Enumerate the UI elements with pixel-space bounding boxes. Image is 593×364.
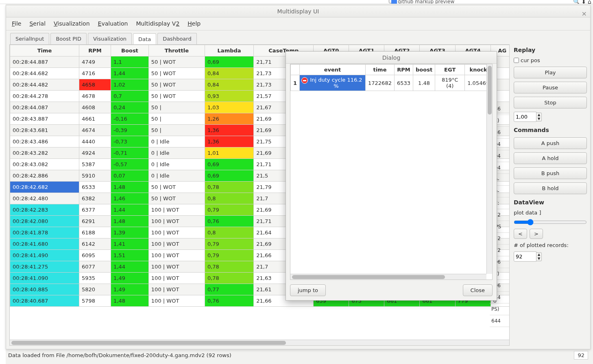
- window-titlebar: Multidisplay UI ×: [6, 5, 590, 17]
- stop-button[interactable]: Stop: [514, 97, 587, 108]
- pause-button[interactable]: Pause: [514, 82, 587, 93]
- spin-up-icon[interactable]: ▲: [536, 253, 541, 257]
- dialog-title: Dialog: [286, 52, 497, 64]
- dialog-vscrollbar[interactable]: [486, 64, 492, 274]
- speed-spinner[interactable]: ▲▼: [514, 112, 587, 122]
- close-button[interactable]: Close: [463, 284, 493, 296]
- tab-serialinput[interactable]: SerialInput: [10, 33, 49, 44]
- a-hold-button[interactable]: A hold: [514, 152, 587, 164]
- spin-down-icon[interactable]: ▼: [536, 117, 541, 121]
- status-text: Data loaded from File /home/bofh/Dokumen…: [8, 352, 231, 358]
- cur-pos-checkbox[interactable]: cur pos: [514, 57, 587, 63]
- window-title: Multidisplay UI: [277, 8, 319, 15]
- speed-input[interactable]: [514, 112, 536, 122]
- status-bar: Data loaded from File /home/bofh/Dokumen…: [6, 350, 591, 360]
- menu-file[interactable]: File: [12, 20, 21, 30]
- records-input[interactable]: [514, 251, 536, 262]
- dialog-table: eventtimeRPMboostEGTknock 1Inj duty cycl…: [290, 64, 492, 91]
- horizontal-scrollbar[interactable]: [10, 340, 509, 345]
- event-dialog: Dialog eventtimeRPMboostEGTknock 1Inj du…: [286, 51, 497, 301]
- menu-help[interactable]: Help: [187, 20, 201, 30]
- plot-data-label: plot data ]: [514, 210, 587, 216]
- plot-slider[interactable]: [514, 219, 587, 225]
- tab-strip: SerialInput Boost PID Visualization Data…: [6, 30, 590, 44]
- spin-up-icon[interactable]: ▲: [536, 113, 541, 117]
- menu-visualization[interactable]: Visualization: [54, 20, 89, 30]
- tab-data[interactable]: Data: [133, 33, 156, 45]
- prev-button[interactable]: <: [514, 229, 527, 239]
- col-header[interactable]: RPM: [79, 45, 111, 56]
- records-spinner[interactable]: ▲▼: [514, 251, 587, 262]
- jump-to-button[interactable]: jump to: [290, 284, 326, 296]
- forbidden-icon: [301, 77, 308, 84]
- col-header[interactable]: Throttle: [148, 45, 205, 56]
- right-panel: Replay cur pos Play Pause Stop ▲▼ Comman…: [514, 44, 587, 346]
- play-button[interactable]: Play: [514, 67, 587, 78]
- home-icon[interactable]: ⌂: [588, 0, 591, 4]
- menu-serial[interactable]: Serial: [29, 20, 46, 30]
- b-hold-button[interactable]: B hold: [514, 182, 587, 194]
- dialog-hscrollbar[interactable]: [290, 274, 486, 280]
- close-icon[interactable]: ×: [582, 8, 587, 20]
- tab-dashboard[interactable]: Dashboard: [157, 33, 197, 44]
- next-button[interactable]: >: [530, 229, 543, 239]
- col-header[interactable]: Boost: [111, 45, 149, 56]
- replay-heading: Replay: [514, 47, 587, 53]
- menu-evaluation[interactable]: Evaluation: [98, 20, 128, 30]
- col-header[interactable]: Time: [10, 45, 79, 56]
- dataview-heading: DataView: [514, 199, 587, 206]
- commands-heading: Commands: [514, 127, 587, 133]
- b-push-button[interactable]: B push: [514, 167, 587, 179]
- menu-multidisplay-v2[interactable]: Multidisplay V2: [136, 20, 179, 30]
- search-icon[interactable]: 🔍: [573, 0, 580, 4]
- browser-search-text: github markup preview: [398, 0, 454, 4]
- tab-boostpid[interactable]: Boost PID: [50, 33, 87, 44]
- spin-down-icon[interactable]: ▼: [536, 257, 541, 261]
- status-count: 92: [574, 351, 588, 360]
- menu-bar: File Serial Visualization Evaluation Mul…: [6, 17, 590, 30]
- records-label: # of plotted records:: [514, 242, 587, 248]
- tab-visualization[interactable]: Visualization: [88, 33, 132, 44]
- download-icon[interactable]: ⬇: [582, 0, 586, 4]
- browser-toolbar-fragment: github markup preview 🔍 ⬇ ⌂: [0, 0, 593, 4]
- google-icon: [391, 0, 397, 4]
- a-push-button[interactable]: A push: [514, 137, 587, 149]
- col-header[interactable]: Lambda: [205, 45, 253, 56]
